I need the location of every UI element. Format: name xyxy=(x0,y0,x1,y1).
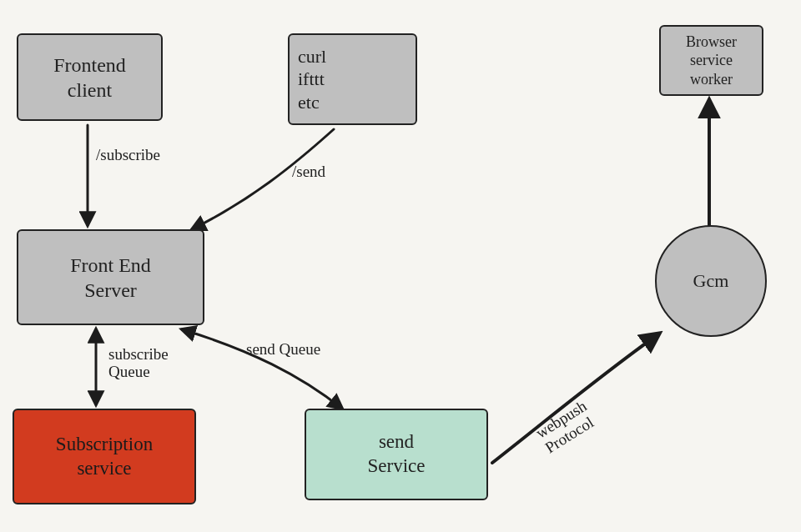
edge-label-send-queue: send Queue xyxy=(246,340,320,359)
node-subscription-service: Subscriptionservice xyxy=(13,409,196,504)
node-frontend-client: Frontendclient xyxy=(17,33,163,121)
node-curl-box: curliftttetc xyxy=(288,33,417,125)
node-label: Subscriptionservice xyxy=(56,433,153,481)
edge-label-subscribe-queue: subscribeQueue xyxy=(108,346,200,381)
node-gcm: Gcm xyxy=(655,225,767,337)
node-label: Browserserviceworker xyxy=(686,33,737,89)
node-label: Gcm xyxy=(693,270,729,292)
node-label: sendService xyxy=(368,430,426,479)
node-send-service: sendService xyxy=(305,409,488,500)
edge-label-send: /send xyxy=(292,163,325,181)
node-front-end-server: Front EndServer xyxy=(17,229,204,325)
edge-label-subscribe: /subscribe xyxy=(96,146,160,164)
node-label: Front EndServer xyxy=(70,253,151,303)
diagram-canvas: Frontendclient curliftttetc Front EndSer… xyxy=(0,0,801,532)
node-label: curliftttetc xyxy=(298,45,326,114)
node-label: Frontendclient xyxy=(53,53,126,103)
edge-label-webpush: webpushProtocol xyxy=(533,370,643,457)
node-browser-worker: Browserserviceworker xyxy=(659,25,763,96)
